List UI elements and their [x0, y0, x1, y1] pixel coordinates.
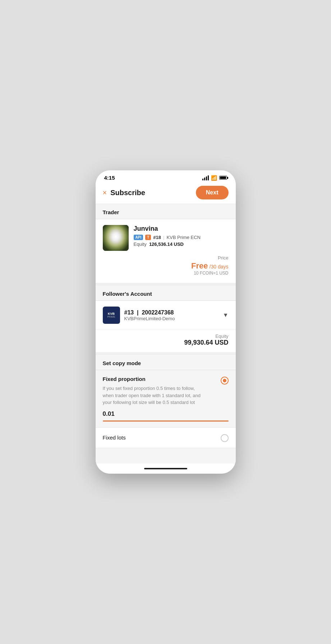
- copy-mode-section-header: Set copy mode: [96, 355, 236, 370]
- home-bar: [144, 468, 187, 469]
- trader-broker: KVB Prime ECN: [166, 235, 201, 240]
- fixed-lots-radio[interactable]: [221, 434, 229, 442]
- trader-equity-value: 126,536.14 USD: [149, 242, 184, 247]
- proportion-slider[interactable]: [103, 420, 229, 422]
- price-label: Price: [103, 255, 229, 261]
- trader-info: Junvina API T #18 | KVB Prime ECN Equity…: [103, 225, 229, 251]
- trader-name: Junvina: [134, 225, 229, 233]
- fixed-proportion-desc: If you set fixed proportion 0.5 times to…: [103, 385, 203, 406]
- price-free: Free: [191, 261, 208, 271]
- fixed-proportion-title: Fixed proportion: [103, 376, 221, 382]
- fixed-proportion-radio[interactable]: [221, 377, 229, 385]
- kvb-logo-line2: PRIME: [107, 316, 115, 318]
- header: × Subscribe Next: [96, 182, 236, 204]
- wifi-icon: 📶: [211, 175, 217, 181]
- copy-mode-section: Set copy mode Fixed proportion If you se…: [96, 355, 236, 448]
- header-left: × Subscribe: [103, 189, 145, 197]
- trader-avatar-image: [103, 225, 129, 251]
- price-fcoin: 10 FCOIN=1 USD: [103, 271, 229, 276]
- follower-account-row[interactable]: KVB PRIME #13 | 2002247368 KVBPrimeLimit…: [96, 301, 236, 330]
- status-time: 4:15: [104, 175, 115, 181]
- signal-icon: [202, 175, 209, 180]
- account-number: #13 | 2002247368: [124, 309, 223, 316]
- follower-equity-row: Equity 99,930.64 USD: [96, 330, 236, 352]
- trader-card: Junvina API T #18 | KVB Prime ECN Equity…: [96, 219, 236, 286]
- trader-badges: API T #18 | KVB Prime ECN: [134, 235, 229, 240]
- follower-equity-label: Equity: [103, 334, 229, 339]
- follower-equity-value: 99,930.64 USD: [103, 339, 229, 346]
- home-indicator: [96, 464, 236, 474]
- page-title: Subscribe: [110, 189, 145, 197]
- fixed-lots-option[interactable]: Fixed lots: [96, 428, 236, 448]
- trader-avatar: [103, 225, 129, 251]
- scroll-content: Trader Junvina API T #18 | KVB Prime ECN: [96, 204, 236, 464]
- status-icons: 📶: [202, 175, 227, 181]
- account-broker: KVBPrimeLimited-Demo: [124, 316, 223, 321]
- account-info: #13 | 2002247368 KVBPrimeLimited-Demo: [124, 309, 223, 321]
- fixed-lots-title: Fixed lots: [103, 434, 126, 441]
- price-section: Price Free /30 days 10 FCOIN=1 USD: [103, 255, 229, 276]
- proportion-value: 0.01: [103, 410, 229, 418]
- trader-details: Junvina API T #18 | KVB Prime ECN Equity…: [134, 225, 229, 247]
- trader-equity: Equity 126,536.14 USD: [134, 242, 229, 247]
- badge-rank: #18: [153, 235, 161, 240]
- follower-section: Follower's Account KVB PRIME #13 | 20022…: [96, 286, 236, 355]
- trader-section-header: Trader: [96, 204, 236, 219]
- dropdown-arrow-icon[interactable]: ▼: [223, 312, 229, 318]
- close-icon[interactable]: ×: [103, 189, 107, 197]
- badge-t: T: [145, 235, 151, 240]
- fixed-proportion-option[interactable]: Fixed proportion If you set fixed propor…: [96, 370, 236, 428]
- fixed-proportion-row: Fixed proportion If you set fixed propor…: [103, 376, 229, 406]
- kvb-logo: KVB PRIME: [103, 307, 120, 324]
- price-value: Free /30 days: [103, 261, 229, 271]
- fixed-proportion-content: Fixed proportion If you set fixed propor…: [103, 376, 221, 406]
- next-button[interactable]: Next: [196, 186, 229, 199]
- kvb-logo-line1: KVB: [108, 312, 115, 316]
- follower-section-header: Follower's Account: [96, 286, 236, 301]
- badge-separator: |: [163, 235, 164, 240]
- account-hash: #13: [124, 309, 134, 316]
- battery-icon: [219, 176, 227, 180]
- status-bar: 4:15 📶: [96, 170, 236, 182]
- account-id: 2002247368: [142, 309, 174, 316]
- badge-api: API: [134, 235, 143, 240]
- price-period: /30 days: [210, 264, 229, 270]
- trader-equity-label: Equity: [134, 242, 147, 247]
